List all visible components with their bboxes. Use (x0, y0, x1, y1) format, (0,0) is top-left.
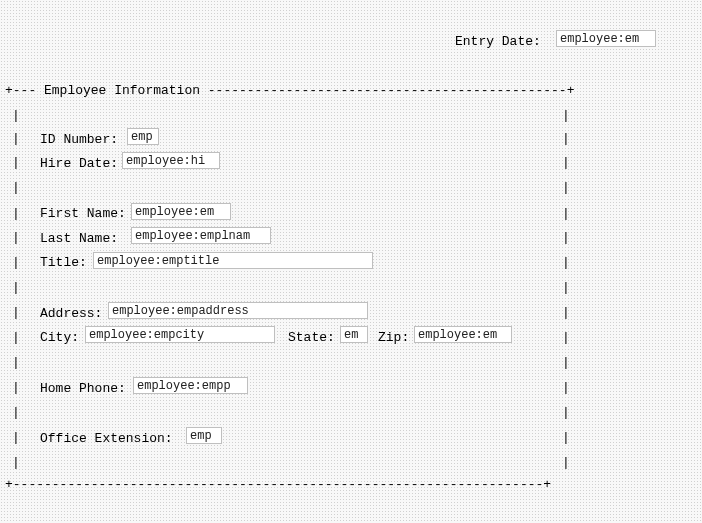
groupbox-side: | (12, 155, 20, 170)
groupbox-side: | (562, 206, 570, 221)
groupbox-side: | (562, 155, 570, 170)
groupbox-side: | (12, 206, 20, 221)
home-phone-field[interactable]: employee:empp (133, 377, 248, 394)
home-phone-label: Home Phone: (40, 381, 126, 396)
groupbox-side: | (562, 230, 570, 245)
groupbox-side: | (12, 330, 20, 345)
address-label: Address: (40, 306, 102, 321)
groupbox-side: | (12, 305, 20, 320)
id-number-label: ID Number: (40, 132, 118, 147)
address-field[interactable]: employee:empaddress (108, 302, 368, 319)
zip-field[interactable]: employee:em (414, 326, 512, 343)
groupbox-title: Employee Information (44, 83, 200, 98)
last-name-field[interactable]: employee:emplnam (131, 227, 271, 244)
title-label: Title: (40, 255, 87, 270)
entry-date-label: Entry Date: (455, 34, 541, 49)
groupbox-side: | (12, 108, 20, 123)
groupbox-side: | (12, 280, 20, 295)
groupbox-side: | (562, 180, 570, 195)
groupbox-bottom: +---------------------------------------… (5, 477, 551, 492)
groupbox-side: | (562, 280, 570, 295)
groupbox-side: | (562, 455, 570, 470)
groupbox-top-left: +--- (5, 83, 44, 98)
groupbox-side: | (12, 455, 20, 470)
groupbox-side: | (562, 405, 570, 420)
office-ext-label: Office Extension: (40, 431, 173, 446)
groupbox-side: | (12, 131, 20, 146)
entry-date-field[interactable]: employee:em (556, 30, 656, 47)
last-name-label: Last Name: (40, 231, 118, 246)
groupbox-side: | (562, 305, 570, 320)
first-name-field[interactable]: employee:em (131, 203, 231, 220)
city-field[interactable]: employee:empcity (85, 326, 275, 343)
groupbox-side: | (562, 131, 570, 146)
groupbox-side: | (12, 180, 20, 195)
city-label: City: (40, 330, 79, 345)
state-label: State: (288, 330, 335, 345)
groupbox-side: | (562, 330, 570, 345)
groupbox-side: | (12, 355, 20, 370)
groupbox-side: | (12, 255, 20, 270)
groupbox-side: | (562, 255, 570, 270)
groupbox-side: | (562, 108, 570, 123)
groupbox-side: | (12, 380, 20, 395)
hire-date-label: Hire Date: (40, 156, 118, 171)
groupbox-side: | (12, 230, 20, 245)
groupbox-top-right: ----------------------------------------… (200, 83, 574, 98)
state-field[interactable]: em (340, 326, 368, 343)
id-number-field[interactable]: emp (127, 128, 159, 145)
groupbox-side: | (562, 430, 570, 445)
hire-date-field[interactable]: employee:hi (122, 152, 220, 169)
office-ext-field[interactable]: emp (186, 427, 222, 444)
groupbox-side: | (12, 430, 20, 445)
groupbox-side: | (562, 380, 570, 395)
groupbox-side: | (562, 355, 570, 370)
first-name-label: First Name: (40, 206, 126, 221)
groupbox-side: | (12, 405, 20, 420)
zip-label: Zip: (378, 330, 409, 345)
title-field[interactable]: employee:emptitle (93, 252, 373, 269)
